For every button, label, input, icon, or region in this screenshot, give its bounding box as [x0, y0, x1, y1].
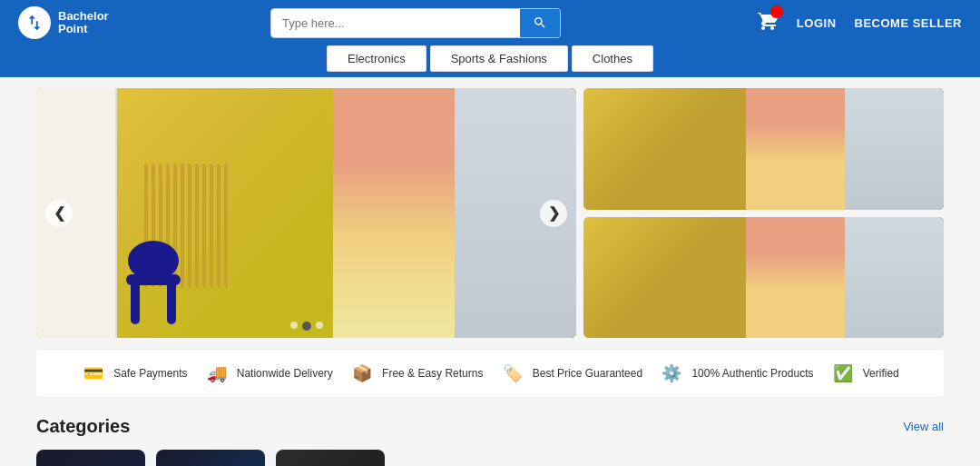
hero-dot-2[interactable]	[302, 322, 311, 331]
category-card-sports[interactable]: 🏊	[156, 450, 265, 466]
logo-line2: Point	[58, 23, 109, 35]
categories-title: Categories	[36, 416, 130, 437]
thumb-1-cabinet	[746, 88, 944, 210]
hero-section: ❮ ❯	[0, 77, 980, 349]
safe-payments-label: Safe Payments	[113, 367, 187, 380]
search-icon	[533, 15, 547, 30]
free-returns-icon: 📦	[349, 361, 375, 386]
view-all-link[interactable]: View all	[903, 420, 944, 433]
hero-thumb-1[interactable]	[583, 88, 944, 210]
features-bar: 💳 Safe Payments 🚚 Nationwide Delivery 📦 …	[36, 349, 944, 398]
category-card-electronics[interactable]: 🎧	[36, 450, 145, 466]
categories-header: Categories View all	[36, 416, 944, 437]
hero-chair-decoration	[117, 229, 190, 329]
category-card-fitness[interactable]: 💪	[276, 450, 385, 466]
thumb-2-cabinet	[746, 217, 944, 339]
logo-line1: Bachelor	[58, 10, 109, 23]
hero-next-button[interactable]: ❯	[540, 200, 567, 227]
nav-bar: Electronics Sports & Fashions Clothes	[0, 45, 980, 77]
feature-safe-payments: 💳 Safe Payments	[81, 361, 187, 386]
hero-thumb-1-image	[583, 88, 944, 210]
free-returns-label: Free & Easy Returns	[382, 367, 483, 380]
hero-dot-1[interactable]	[290, 322, 298, 329]
category-cards: 🎧 🏊 💪	[36, 450, 944, 466]
search-button[interactable]	[520, 9, 560, 37]
svg-rect-1	[131, 279, 140, 324]
hero-dot-3[interactable]	[316, 322, 323, 329]
authentic-label: 100% Authentic Products	[691, 367, 813, 380]
feature-best-price: 🏷️ Best Price Guaranteed	[500, 361, 642, 386]
hero-thumb-2-image	[583, 217, 944, 339]
hero-main-image	[36, 88, 576, 338]
logo[interactable]: Bachelor Point	[18, 6, 163, 39]
feature-free-returns: 📦 Free & Easy Returns	[349, 361, 483, 386]
hero-dots	[290, 322, 323, 331]
best-price-icon: 🏷️	[500, 361, 525, 386]
logo-text: Bachelor Point	[58, 10, 109, 36]
hero-main-banner: ❮ ❯	[36, 88, 576, 338]
feature-verified: ✅ Verified	[830, 361, 899, 386]
verified-icon: ✅	[830, 361, 856, 386]
authentic-icon: ⚙️	[659, 361, 684, 386]
feature-authentic: ⚙️ 100% Authentic Products	[659, 361, 813, 386]
hero-prev-button[interactable]: ❮	[45, 200, 73, 227]
cart-button[interactable]	[757, 10, 779, 35]
search-input[interactable]	[271, 9, 520, 37]
nationwide-delivery-icon: 🚚	[204, 361, 230, 386]
nav-item-sports-fashions[interactable]: Sports & Fashions	[430, 45, 568, 72]
hero-thumb-2[interactable]	[583, 217, 944, 339]
nav-item-clothes[interactable]: Clothes	[572, 45, 653, 72]
become-seller-button[interactable]: BECOME SELLER	[855, 16, 962, 30]
verified-label: Verified	[863, 367, 899, 380]
login-button[interactable]: LOGIN	[797, 16, 837, 30]
feature-nationwide-delivery: 🚚 Nationwide Delivery	[204, 361, 333, 386]
cart-badge	[770, 5, 783, 18]
header-right: LOGIN BECOME SELLER	[757, 10, 962, 35]
search-bar	[270, 8, 561, 38]
header: Bachelor Point LOGIN BECOME SELLER	[0, 0, 980, 45]
safe-payments-icon: 💳	[81, 361, 106, 386]
svg-rect-3	[126, 274, 181, 285]
best-price-label: Best Price Guaranteed	[533, 367, 642, 380]
nationwide-delivery-label: Nationwide Delivery	[237, 367, 333, 380]
svg-rect-2	[167, 279, 176, 324]
categories-section: Categories View all 🎧 🏊 💪	[0, 398, 980, 466]
logo-icon	[18, 6, 51, 39]
nav-item-electronics[interactable]: Electronics	[327, 45, 426, 72]
hero-thumbnails	[583, 88, 944, 338]
logo-svg	[24, 13, 44, 33]
